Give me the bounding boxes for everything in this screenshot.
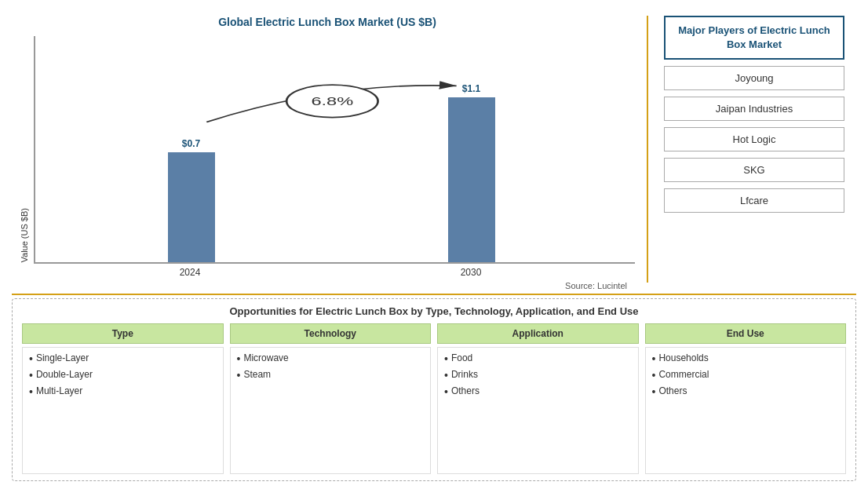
vertical-divider bbox=[647, 16, 648, 283]
bar-group-2030: $1.1 bbox=[448, 83, 495, 262]
bullet-type-0: • bbox=[29, 352, 33, 366]
bullet-end-1: • bbox=[652, 369, 656, 382]
bullet-tech-1: • bbox=[237, 369, 241, 382]
opp-item-app-0: • Food bbox=[444, 352, 632, 366]
source-text: Source: Lucintel bbox=[20, 281, 635, 290]
top-section: Global Electric Lunch Box Market (US $B)… bbox=[12, 8, 856, 290]
opp-label-tech-0: Microwave bbox=[243, 352, 288, 363]
opp-item-end-2: • Others bbox=[652, 385, 840, 399]
opp-item-app-2: • Others bbox=[444, 385, 632, 399]
player-skg: SKG bbox=[664, 158, 844, 182]
x-label-2024: 2024 bbox=[166, 267, 213, 278]
opp-items-enduse: • Households • Commercial • Others bbox=[645, 347, 847, 474]
main-container: Global Electric Lunch Box Market (US $B)… bbox=[0, 0, 868, 489]
opp-items-type: • Single-Layer • Double-Layer • Multi-La… bbox=[22, 347, 224, 474]
opp-column-enduse: End Use • Households • Commercial • Othe… bbox=[645, 323, 847, 474]
bar-group-2024: $0.7 bbox=[168, 138, 215, 262]
opp-label-type-0: Single-Layer bbox=[36, 352, 89, 363]
bullet-type-1: • bbox=[29, 369, 33, 382]
opp-item-end-0: • Households bbox=[652, 352, 840, 366]
svg-text:6.8%: 6.8% bbox=[311, 94, 353, 108]
opp-item-end-1: • Commercial bbox=[652, 369, 840, 382]
opp-items-technology: • Microwave • Steam bbox=[230, 347, 432, 474]
opportunities-title: Opportunities for Electric Lunch Box by … bbox=[22, 305, 846, 317]
bar-2030 bbox=[448, 97, 495, 262]
bar-value-2030: $1.1 bbox=[462, 83, 480, 94]
bar-2024 bbox=[168, 152, 215, 262]
chart-area: Global Electric Lunch Box Market (US $B)… bbox=[12, 8, 643, 290]
opp-label-app-0: Food bbox=[451, 352, 472, 363]
opp-label-type-1: Double-Layer bbox=[36, 369, 93, 380]
x-labels: 2024 2030 bbox=[34, 264, 635, 278]
bullet-app-2: • bbox=[444, 385, 448, 399]
opp-header-type: Type bbox=[22, 323, 224, 344]
bullet-tech-0: • bbox=[237, 352, 241, 366]
opp-header-technology: Technology bbox=[230, 323, 432, 344]
opp-label-end-2: Others bbox=[658, 385, 687, 396]
opp-item-app-1: • Drinks bbox=[444, 369, 632, 382]
opp-label-type-2: Multi-Layer bbox=[36, 385, 82, 396]
bars-container: 6.8% $0.7 $1.1 bbox=[34, 36, 635, 264]
bottom-section: Opportunities for Electric Lunch Box by … bbox=[12, 298, 856, 481]
opp-item-type-1: • Double-Layer bbox=[29, 369, 217, 382]
chart-title: Global Electric Lunch Box Market (US $B) bbox=[218, 16, 436, 28]
opp-header-enduse: End Use bbox=[645, 323, 847, 344]
bullet-type-2: • bbox=[29, 385, 33, 399]
players-title: Major Players of Electric Lunch Box Mark… bbox=[664, 16, 844, 60]
opp-items-application: • Food • Drinks • Others bbox=[437, 347, 639, 474]
opp-header-application: Application bbox=[437, 323, 639, 344]
opp-label-end-1: Commercial bbox=[658, 369, 709, 380]
opp-item-type-0: • Single-Layer bbox=[29, 352, 217, 366]
players-area: Major Players of Electric Lunch Box Mark… bbox=[652, 8, 856, 290]
opp-item-type-2: • Multi-Layer bbox=[29, 385, 217, 399]
player-jaipan: Jaipan Industries bbox=[664, 97, 844, 121]
bar-value-2024: $0.7 bbox=[182, 138, 200, 149]
opp-label-tech-1: Steam bbox=[243, 369, 271, 380]
opportunities-grid: Type • Single-Layer • Double-Layer • Mul… bbox=[22, 323, 846, 474]
player-hotlogic: Hot Logic bbox=[664, 127, 844, 151]
opp-label-end-0: Households bbox=[658, 352, 708, 363]
bullet-app-0: • bbox=[444, 352, 448, 366]
opp-column-type: Type • Single-Layer • Double-Layer • Mul… bbox=[22, 323, 224, 474]
opp-label-app-2: Others bbox=[451, 385, 480, 396]
bullet-end-0: • bbox=[652, 352, 656, 366]
y-axis-label: Value (US $B) bbox=[20, 208, 29, 263]
svg-point-1 bbox=[286, 85, 377, 117]
opp-column-technology: Technology • Microwave • Steam bbox=[230, 323, 432, 474]
chart-plot: 6.8% $0.7 $1.1 bbox=[34, 36, 635, 278]
opp-item-tech-1: • Steam bbox=[237, 369, 425, 382]
opp-column-application: Application • Food • Drinks • Others bbox=[437, 323, 639, 474]
x-label-2030: 2030 bbox=[447, 267, 494, 278]
bullet-end-2: • bbox=[652, 385, 656, 399]
bullet-app-1: • bbox=[444, 369, 448, 382]
player-lfcare: Lfcare bbox=[664, 188, 844, 213]
horizontal-divider bbox=[12, 294, 856, 295]
player-joyoung: Joyoung bbox=[664, 66, 844, 90]
chart-svg-overlay: 6.8% bbox=[35, 36, 635, 262]
opp-item-tech-0: • Microwave bbox=[237, 352, 425, 366]
opp-label-app-1: Drinks bbox=[451, 369, 478, 380]
chart-wrapper: Value (US $B) bbox=[20, 36, 635, 278]
